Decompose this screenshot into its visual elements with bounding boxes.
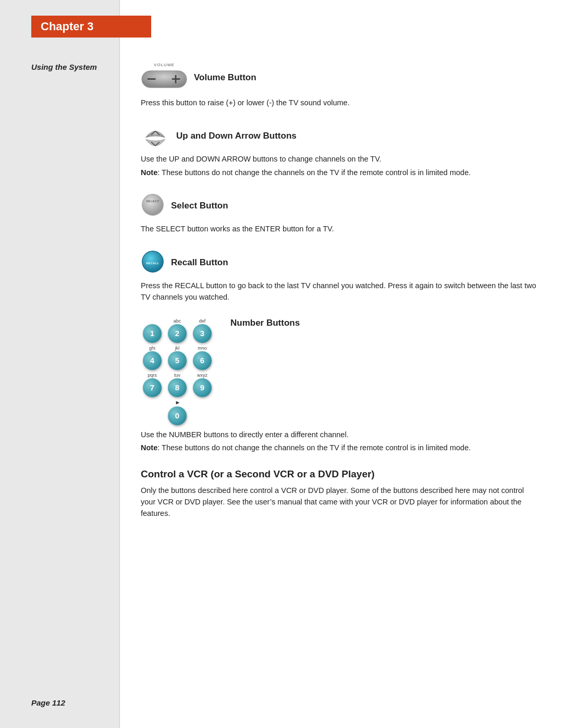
arrow-buttons-icon [141,124,170,149]
chapter-label: Chapter 3 [41,20,93,33]
arrow-up-svg [141,124,170,149]
numpad-cell-8: tuv 8 [166,372,189,397]
numpad-btn-4[interactable]: 4 [143,351,162,370]
arrow-buttons-header: Up and Down Arrow Buttons [141,124,537,149]
numpad-btn-1[interactable]: 1 [143,324,162,343]
arrow-buttons-note: Note: These buttons do not change the ch… [141,167,537,179]
volume-button-title: Volume Button [194,72,256,83]
volume-icon: VOLUME [141,63,188,92]
recall-button-description: Press the RECALL button to go back to th… [141,280,537,303]
svg-point-4 [142,194,163,215]
arrow-buttons-section: Up and Down Arrow Buttons Use the UP and… [141,124,537,179]
numpad-cell-4: ghi 4 [141,345,164,370]
recall-button-title: Recall Button [171,257,228,268]
numpad-cell-2: abc 2 [166,318,189,343]
volume-button-section: VOLUME [141,63,537,109]
recall-icon: RECALL [141,250,165,275]
numpad-btn-5[interactable]: 5 [168,351,187,370]
numpad-zero-row: ► 0 [141,399,214,425]
number-note-text: : These buttons do not change the channe… [157,443,471,452]
svg-text:SELECT: SELECT [146,200,160,203]
numpad-cell-7: pqrs 7 [141,372,164,397]
arrow-note-text: : These buttons do not change the channe… [157,168,471,177]
numpad-cell-1: 1 [141,318,164,343]
arrow-buttons-description: Use the UP and DOWN ARROW buttons to cha… [141,154,537,165]
numpad-grid-row3: pqrs 7 tuv 8 wxyz 9 [141,372,214,397]
select-button-description: The SELECT button works as the ENTER but… [141,224,537,235]
numpad-cell-5: jkl 5 [166,345,189,370]
select-button-header: SELECT Select Button [141,193,537,218]
svg-rect-1 [148,78,156,80]
numpad-arrow-indicator: ► [175,399,181,405]
svg-text:RECALL: RECALL [146,262,159,265]
number-note-label: Note [141,443,157,452]
numpad-btn-0[interactable]: 0 [168,406,187,425]
numpad-container: 1 abc 2 def 3 ghi [141,318,537,425]
select-button-svg: SELECT [141,193,165,217]
numpad-btn-2[interactable]: 2 [168,324,187,343]
numpad-btn-6[interactable]: 6 [193,351,212,370]
select-button-section: SELECT Select Button The SELECT button w… [141,193,537,235]
control-vcr-title: Control a VCR (or a Second VCR or a DVD … [141,468,537,480]
select-button-title: Select Button [171,201,228,211]
numpad-cell-6: mno 6 [191,345,214,370]
svg-rect-3 [175,75,177,83]
arrow-note-label: Note [141,168,157,177]
numpad-btn-7[interactable]: 7 [143,378,162,397]
numpad-btn-3[interactable]: 3 [193,324,212,343]
number-buttons-note: Note: These buttons do not change the ch… [141,442,537,454]
number-buttons-title: Number Buttons [230,318,300,328]
volume-small-label: VOLUME [141,63,188,67]
numpad-grid-row2: ghi 4 jkl 5 mno 6 [141,345,214,370]
numpad-btn-9[interactable]: 9 [193,378,212,397]
select-icon: SELECT [141,193,165,218]
numpad-cell-3: def 3 [191,318,214,343]
number-buttons-title-container: Number Buttons [224,318,300,332]
volume-button-svg [141,68,188,91]
numpad: 1 abc 2 def 3 ghi [141,318,214,425]
sidebar [0,0,120,728]
numpad-cell-0: 0 [168,406,187,425]
control-vcr-description: Only the buttons described here control … [141,485,537,519]
numpad-grid-row1: 1 abc 2 def 3 [141,318,214,343]
volume-button-header: VOLUME [141,63,537,92]
volume-button-description: Press this button to raise (+) or lower … [141,97,537,109]
page-number: Page 112 [31,698,65,707]
recall-button-section: RECALL Recall Button Press the RECALL bu… [141,250,537,303]
page-container: Chapter 3 Using the System Page 112 VOLU… [0,0,563,728]
sidebar-section-label: Using the System [31,63,97,71]
number-buttons-section: 1 abc 2 def 3 ghi [141,318,537,454]
control-vcr-section: Control a VCR (or a Second VCR or a DVD … [141,468,537,519]
number-buttons-description: Use the NUMBER buttons to directly enter… [141,429,537,441]
main-content: VOLUME [130,10,547,712]
numpad-btn-8[interactable]: 8 [168,378,187,397]
numpad-cell-9: wxyz 9 [191,372,214,397]
recall-button-svg: RECALL [141,250,165,274]
recall-button-header: RECALL Recall Button [141,250,537,275]
arrow-buttons-title: Up and Down Arrow Buttons [176,131,297,141]
